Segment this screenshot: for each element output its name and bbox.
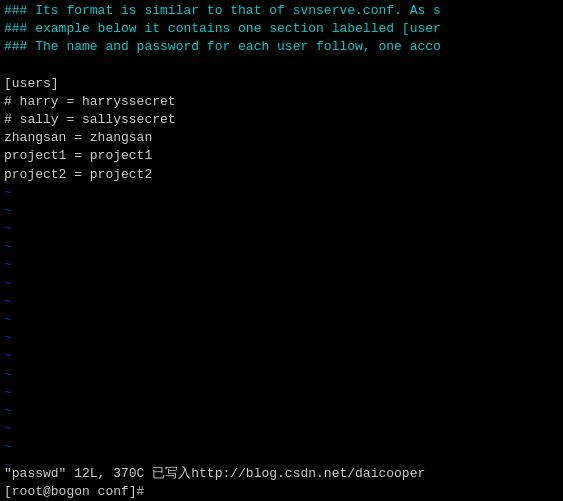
terminal-line: ### example below it contains one sectio… — [4, 20, 559, 38]
terminal-line: ### The name and password for each user … — [4, 38, 559, 56]
terminal-line: ~ — [4, 347, 559, 365]
terminal-window: ### Its format is similar to that of svn… — [0, 0, 563, 501]
terminal-line: ~ — [4, 366, 559, 384]
status-bar: "passwd" 12L, 370C 已写入http://blog.csdn.n… — [0, 465, 563, 501]
terminal-content[interactable]: ### Its format is similar to that of svn… — [0, 0, 563, 465]
terminal-line: ~ — [4, 402, 559, 420]
terminal-line: ~ — [4, 256, 559, 274]
terminal-line: ~ — [4, 438, 559, 456]
terminal-line: ~ — [4, 293, 559, 311]
terminal-line: ~ — [4, 275, 559, 293]
terminal-line: ~ — [4, 220, 559, 238]
terminal-line: ### Its format is similar to that of svn… — [4, 2, 559, 20]
terminal-line: project1 = project1 — [4, 147, 559, 165]
status-line: "passwd" 12L, 370C 已写入http://blog.csdn.n… — [4, 465, 559, 483]
terminal-line: ~ — [4, 311, 559, 329]
terminal-line: ~ — [4, 238, 559, 256]
terminal-line: ~ — [4, 202, 559, 220]
terminal-line: zhangsan = zhangsan — [4, 129, 559, 147]
terminal-line: # sally = sallyssecret — [4, 111, 559, 129]
prompt-line: [root@bogon conf]# — [4, 483, 559, 501]
terminal-line: ~ — [4, 457, 559, 465]
terminal-line: ~ — [4, 420, 559, 438]
terminal-line: [users] — [4, 75, 559, 93]
terminal-line — [4, 57, 559, 75]
terminal-line: ~ — [4, 329, 559, 347]
terminal-line: ~ — [4, 184, 559, 202]
terminal-line: project2 = project2 — [4, 166, 559, 184]
terminal-line: ~ — [4, 384, 559, 402]
terminal-line: # harry = harryssecret — [4, 93, 559, 111]
